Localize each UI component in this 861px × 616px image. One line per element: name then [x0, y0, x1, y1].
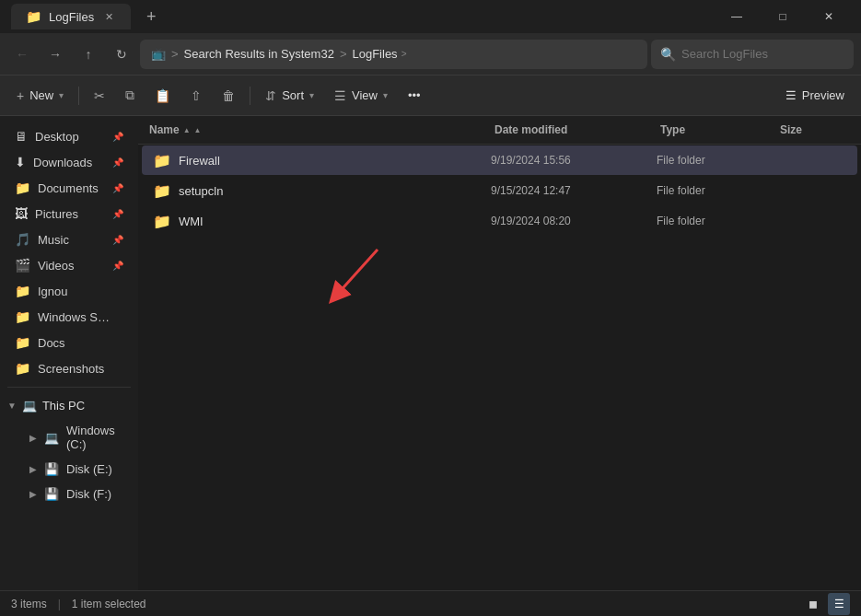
pin-icon-desktop: 📌: [112, 132, 123, 142]
sidebar-item-windows-security[interactable]: 📁 Windows Securi: [4, 305, 134, 329]
preview-label: Preview: [802, 88, 844, 102]
downloads-icon: ⬇: [15, 155, 26, 169]
title-bar-left: 📁 LogFiles ✕ +: [11, 4, 164, 29]
cut-button[interactable]: ✂: [85, 81, 114, 110]
view-label: View: [352, 88, 378, 102]
sidebar-drive-e[interactable]: ▶ 💾 Disk (E:): [4, 458, 134, 481]
selected-count: 1 item selected: [72, 598, 146, 610]
column-date[interactable]: Date modified: [483, 120, 649, 140]
view-list-button[interactable]: ☰: [828, 593, 850, 615]
pin-icon-pictures: 📌: [112, 209, 123, 219]
maximize-button[interactable]: □: [762, 2, 804, 31]
view-button[interactable]: ☰ View ▾: [325, 81, 397, 110]
sidebar-drive-f[interactable]: ▶ 💾 Disk (F:): [4, 482, 134, 506]
tab-close-button[interactable]: ✕: [101, 9, 116, 24]
share-button[interactable]: ⇧: [181, 81, 211, 110]
file-date-cell: 9/15/2024 12:47: [480, 184, 646, 197]
column-size[interactable]: Size: [769, 120, 861, 140]
search-input[interactable]: [681, 47, 844, 61]
file-type: File folder: [657, 154, 705, 167]
sidebar-item-screenshots[interactable]: 📁 Screenshots: [4, 356, 134, 380]
column-name[interactable]: Name ▲: [138, 120, 483, 140]
tab-folder-icon: 📁: [26, 9, 41, 24]
file-name-cell: 📁 Firewall: [142, 152, 480, 169]
column-type[interactable]: Type: [649, 120, 769, 140]
separator-1: [78, 87, 79, 105]
path-logfiles: LogFiles: [352, 47, 397, 61]
view-grid-button[interactable]: ◼: [802, 593, 824, 615]
delete-button[interactable]: 🗑: [213, 81, 244, 110]
preview-button[interactable]: ☰ Preview: [776, 81, 854, 110]
refresh-button[interactable]: ↻: [107, 40, 136, 69]
sort-icon: ⇵: [265, 88, 276, 103]
sidebar-item-downloads[interactable]: ⬇ Downloads 📌: [4, 150, 134, 174]
sidebar-item-label: Ignou: [38, 285, 68, 298]
ignou-icon: 📁: [15, 284, 30, 298]
cut-icon: ✂: [94, 88, 105, 103]
this-pc-chevron: ▼: [7, 401, 17, 411]
desktop-icon: 🖥: [15, 129, 28, 144]
sidebar-item-videos[interactable]: 🎬 Videos 📌: [4, 253, 134, 277]
view-toggle: ◼ ☰: [802, 593, 850, 615]
new-tab-button[interactable]: +: [138, 4, 164, 29]
new-button[interactable]: + New ▾: [7, 81, 73, 110]
table-row[interactable]: 📁 WMI 9/19/2024 08:20 File folder: [142, 206, 857, 236]
screenshots-icon: 📁: [15, 361, 30, 376]
back-button[interactable]: ←: [7, 40, 37, 69]
paste-icon: 📋: [155, 88, 170, 103]
music-icon: 🎵: [15, 232, 30, 247]
address-bar: ← → ↑ ↻ 📺 > Search Results in System32 >…: [0, 33, 861, 76]
pin-icon-music: 📌: [112, 235, 123, 245]
toolbar: + New ▾ ✂ ⧉ 📋 ⇧ 🗑 ⇵ Sort ▾ ☰ View ▾ ••• …: [0, 76, 861, 116]
file-type-cell: File folder: [646, 215, 765, 227]
table-row[interactable]: 📁 setupcln 9/15/2024 12:47 File folder: [142, 176, 857, 205]
minimize-button[interactable]: —: [716, 2, 758, 31]
sidebar-item-docs[interactable]: 📁 Docs: [4, 331, 134, 354]
sidebar-item-music[interactable]: 🎵 Music 📌: [4, 227, 134, 251]
forward-button[interactable]: →: [41, 40, 70, 69]
copy-button[interactable]: ⧉: [116, 81, 144, 110]
more-button[interactable]: •••: [399, 81, 430, 110]
close-button[interactable]: ✕: [808, 2, 850, 31]
sidebar-divider: [7, 387, 131, 388]
drive-f-label: Disk (F:): [66, 487, 111, 501]
sidebar-drive-c[interactable]: ▶ 💻 Windows (C:): [4, 419, 134, 456]
sidebar-item-label: Desktop: [35, 130, 79, 144]
file-date: 9/19/2024 15:56: [491, 154, 571, 167]
address-path[interactable]: 📺 > Search Results in System32 > LogFile…: [140, 40, 647, 69]
view-icon: ☰: [334, 88, 346, 103]
drive-e-expand: ▶: [29, 464, 37, 474]
file-date-cell: 9/19/2024 15:56: [480, 154, 646, 167]
file-type-cell: File folder: [646, 184, 765, 197]
share-icon: ⇧: [191, 88, 202, 103]
sort-button[interactable]: ⇵ Sort ▾: [256, 81, 323, 110]
table-row[interactable]: 📁 Firewall 9/19/2024 15:56 File folder: [142, 145, 857, 175]
path-search-results: Search Results in System32: [184, 47, 334, 61]
search-icon: 🔍: [660, 47, 676, 62]
file-name-cell: 📁 setupcln: [142, 182, 480, 200]
this-pc-icon: 💻: [22, 399, 37, 413]
view-chevron: ▾: [383, 90, 388, 100]
active-tab[interactable]: 📁 LogFiles ✕: [11, 4, 131, 29]
this-pc-header[interactable]: ▼ 💻 This PC: [0, 393, 138, 418]
sort-label: Sort: [282, 88, 304, 102]
documents-icon: 📁: [15, 180, 30, 195]
up-button[interactable]: ↑: [74, 40, 103, 69]
paste-button[interactable]: 📋: [145, 81, 180, 110]
tab-label: LogFiles: [49, 10, 94, 24]
sidebar-item-pictures[interactable]: 🖼 Pictures 📌: [4, 202, 134, 226]
window-controls: — □ ✕: [716, 2, 850, 31]
delete-icon: 🗑: [222, 88, 235, 103]
sidebar-item-label: Screenshots: [38, 362, 104, 376]
this-pc-label: This PC: [42, 399, 85, 413]
file-area: Name ▲ Date modified Type Size 📁 Firewal…: [138, 116, 861, 590]
sidebar-item-ignou[interactable]: 📁 Ignou: [4, 279, 134, 303]
search-box[interactable]: 🔍: [651, 40, 854, 69]
sidebar-item-documents[interactable]: 📁 Documents 📌: [4, 176, 134, 200]
file-name: Firewall: [179, 154, 220, 168]
drive-f-icon: 💾: [44, 487, 59, 501]
sidebar-item-label: Music: [38, 233, 69, 247]
new-icon: +: [17, 88, 24, 103]
win-security-icon: 📁: [15, 309, 30, 324]
sidebar-item-desktop[interactable]: 🖥 Desktop 📌: [4, 124, 134, 148]
